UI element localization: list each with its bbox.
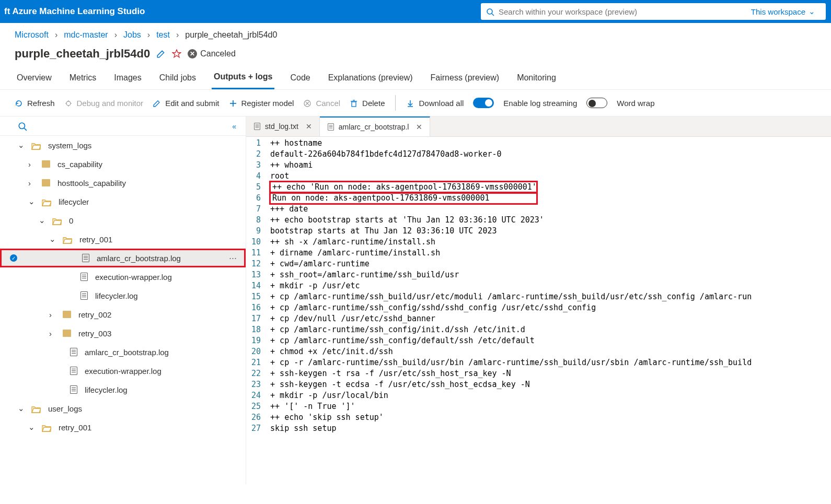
editor-tab-stdlog[interactable]: std_log.txt ✕ (246, 116, 320, 136)
chevron-right-icon[interactable] (49, 329, 55, 338)
tree-label: retry_001 (59, 423, 91, 432)
file-tree[interactable]: system_logs cs_capability hosttools_capa… (0, 136, 246, 484)
tab-code[interactable]: Code (288, 69, 312, 89)
editor-tab-label: amlarc_cr_bootstrap.l (339, 123, 409, 131)
tab-metrics[interactable]: Metrics (67, 69, 99, 89)
filter-icon[interactable] (18, 122, 27, 131)
tree-pane: « system_logs cs_capability hosttools_ca… (0, 116, 246, 484)
star-icon[interactable] (172, 49, 181, 58)
tree-file-execution-wrapper-2[interactable]: execution-wrapper.log (0, 361, 246, 380)
editor-tabs: std_log.txt ✕ amlarc_cr_bootstrap.l ✕ (246, 116, 831, 137)
log-streaming-label: Enable log streaming (503, 99, 577, 108)
chevron-down-icon[interactable] (39, 216, 45, 225)
register-model-button[interactable]: Register model (229, 98, 294, 108)
tab-child-jobs[interactable]: Child jobs (157, 69, 198, 89)
tree-label: lifecycler (59, 197, 89, 206)
search-scope-dropdown[interactable]: This workspace ⌄ (746, 7, 821, 16)
tab-monitoring[interactable]: Monitoring (515, 69, 558, 89)
tree-label: retry_001 (79, 235, 112, 244)
detail-tabs: Overview Metrics Images Child jobs Outpu… (0, 65, 831, 90)
log-streaming-toggle[interactable] (473, 98, 494, 108)
top-bar: ft Azure Machine Learning Studio This wo… (0, 0, 831, 23)
tree-folder-system-logs[interactable]: system_logs (0, 136, 246, 155)
log-viewer[interactable]: 1234567891011121314151617181920212223242… (246, 137, 831, 484)
tree-folder-retry-003[interactable]: retry_003 (0, 324, 246, 343)
tree-file-lifecycler-log-2[interactable]: lifecycler.log (0, 380, 246, 399)
tree-label: 0 (69, 216, 73, 225)
tab-overview[interactable]: Overview (15, 69, 54, 89)
breadcrumb-current: purple_cheetah_jrbl54d0 (185, 30, 277, 40)
file-icon (80, 291, 88, 300)
chevron-right-icon[interactable] (28, 179, 34, 187)
tree-folder-retry-001[interactable]: retry_001 (0, 230, 246, 249)
line-gutter: 1234567891011121314151617181920212223242… (246, 137, 270, 484)
chevron-right-icon[interactable] (49, 310, 55, 319)
editor-tab-amlarc[interactable]: amlarc_cr_bootstrap.l ✕ (320, 116, 431, 136)
refresh-icon (15, 98, 23, 108)
svg-point-17 (19, 123, 25, 129)
svg-point-2 (66, 101, 71, 106)
file-icon (328, 123, 334, 131)
tree-folder-retry-002[interactable]: retry_002 (0, 305, 246, 324)
folder-icon (63, 311, 71, 318)
tab-outputs-logs[interactable]: Outputs + logs (212, 68, 274, 89)
tree-file-lifecycler-log[interactable]: lifecycler.log (0, 286, 246, 305)
tree-file-amlarc-bootstrap[interactable]: ✓ amlarc_cr_bootstrap.log ⋯ (0, 249, 246, 267)
chevron-down-icon[interactable] (18, 140, 24, 150)
close-icon[interactable]: ✕ (306, 122, 312, 131)
cancel-icon: ✕ (188, 49, 197, 58)
file-icon (70, 348, 77, 356)
chevron-down-icon[interactable] (49, 235, 55, 244)
file-icon (70, 367, 77, 375)
tree-folder-user-logs[interactable]: user_logs (0, 399, 246, 418)
tab-explanations[interactable]: Explanations (preview) (326, 69, 415, 89)
breadcrumb-link-2[interactable]: Jobs (123, 30, 141, 40)
tree-folder-hosttools-capability[interactable]: hosttools_capability (0, 173, 246, 192)
delete-button[interactable]: Delete (350, 98, 385, 108)
tree-folder-lifecycler[interactable]: lifecycler (0, 192, 246, 211)
chevron-right-icon[interactable] (28, 160, 34, 169)
workspace-search[interactable]: This workspace ⌄ (481, 3, 826, 20)
tree-file-execution-wrapper[interactable]: execution-wrapper.log (0, 267, 246, 286)
editor-tab-label: std_log.txt (265, 122, 298, 131)
log-content: ++ hostnamedefault-226a604b784f1bdefc4d1… (270, 137, 752, 484)
download-label: Download all (419, 99, 464, 108)
breadcrumb: Microsoft› mdc-master› Jobs› test› purpl… (0, 23, 831, 44)
svg-line-1 (492, 14, 494, 16)
edit-title-icon[interactable] (156, 49, 166, 58)
brand-title: ft Azure Machine Learning Studio (2, 6, 145, 17)
download-icon (406, 98, 414, 108)
tree-folder-cs-capability[interactable]: cs_capability (0, 155, 246, 173)
word-wrap-toggle[interactable] (586, 98, 607, 108)
folder-open-icon (42, 423, 51, 432)
breadcrumb-link-1[interactable]: mdc-master (64, 30, 108, 40)
file-icon (80, 273, 88, 281)
tab-fairness[interactable]: Fairness (preview) (429, 69, 502, 89)
plus-icon (229, 98, 237, 108)
bug-icon (64, 98, 73, 108)
search-input[interactable] (499, 7, 746, 16)
download-all-button[interactable]: Download all (406, 98, 464, 108)
tree-label: lifecycler.log (95, 291, 138, 300)
edit-submit-button[interactable]: Edit and submit (153, 98, 219, 108)
collapse-pane-icon[interactable]: « (232, 122, 236, 131)
breadcrumb-link-3[interactable]: test (156, 30, 170, 40)
status-label: Canceled (200, 49, 236, 58)
status-badge: ✕ Canceled (188, 49, 236, 58)
tree-label: lifecycler.log (85, 385, 128, 394)
tree-folder-retry-001-user[interactable]: retry_001 (0, 418, 246, 437)
chevron-down-icon[interactable] (28, 423, 34, 432)
trash-icon (350, 98, 358, 108)
close-icon[interactable]: ✕ (416, 123, 422, 131)
more-icon[interactable]: ⋯ (229, 253, 244, 263)
chevron-down-icon[interactable] (18, 404, 24, 413)
tree-file-amlarc-bootstrap-2[interactable]: amlarc_cr_bootstrap.log (0, 343, 246, 361)
tree-folder-zero[interactable]: 0 (0, 211, 246, 230)
page-title: purple_cheetah_jrbl54d0 (15, 47, 150, 61)
refresh-button[interactable]: Refresh (15, 98, 55, 108)
breadcrumb-link-0[interactable]: Microsoft (15, 30, 49, 40)
search-scope-label: This workspace (751, 7, 805, 16)
chevron-down-icon[interactable] (28, 197, 34, 206)
tab-images[interactable]: Images (112, 69, 143, 89)
file-icon (254, 123, 260, 130)
